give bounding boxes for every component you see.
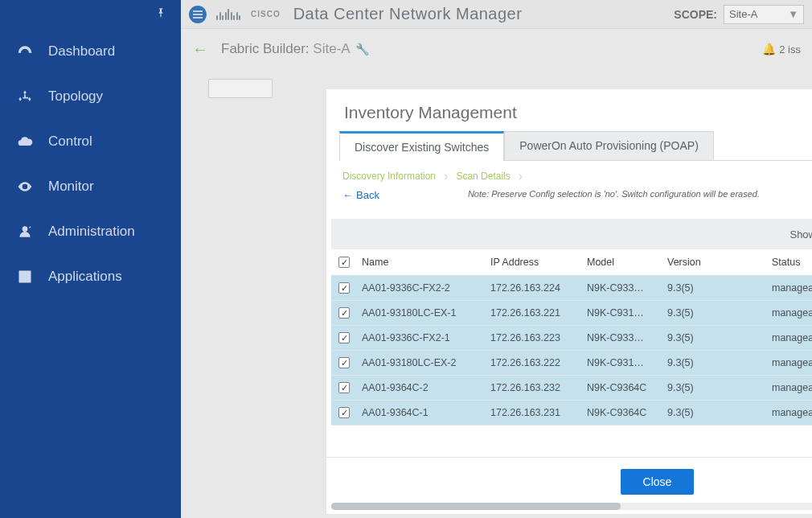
sidebar-item-label: Applications bbox=[48, 269, 122, 285]
sidebar-item-label: Administration bbox=[48, 224, 135, 240]
cell-name: AA01-93180LC-EX-2 bbox=[357, 352, 486, 374]
close-button[interactable]: Close bbox=[621, 469, 695, 495]
grid-header: Name IP Address Model Version Status Pro… bbox=[331, 249, 812, 276]
apps-icon bbox=[16, 269, 34, 285]
sidebar-item-label: Topology bbox=[48, 88, 103, 105]
pin-icon[interactable] bbox=[155, 7, 166, 22]
row-checkbox[interactable] bbox=[338, 332, 350, 343]
chevron-right-icon: › bbox=[439, 169, 453, 183]
cell-version: 9.3(5) bbox=[662, 376, 767, 399]
cell-status: manageable bbox=[767, 376, 812, 399]
user-icon bbox=[16, 224, 34, 240]
inventory-modal: Inventory Management ✕ Discover Existing… bbox=[326, 88, 812, 515]
cell-model: N9K-C9364C bbox=[582, 401, 662, 424]
sidebar-item-topology[interactable]: Topology bbox=[0, 74, 181, 119]
chevron-right-icon: › bbox=[514, 169, 527, 183]
cell-model: N9K-C931… bbox=[582, 302, 662, 324]
sidebar-item-label: Control bbox=[48, 134, 92, 150]
cell-status: manageable bbox=[767, 327, 812, 349]
cell-version: 9.3(5) bbox=[662, 302, 767, 324]
sidebar-item-control[interactable]: Control bbox=[0, 119, 181, 164]
grid-body: AA01-9336C-FX2-2172.26.163.224N9K-C933…9… bbox=[331, 276, 812, 426]
filter-bar: Show All bbox=[331, 219, 812, 249]
eye-icon bbox=[16, 179, 34, 195]
col-header-ip[interactable]: IP Address bbox=[486, 249, 582, 275]
cell-model: N9K-C933… bbox=[582, 277, 662, 299]
cell-name: AA01-9336C-FX2-2 bbox=[357, 277, 486, 299]
crumb-scan-details[interactable]: Scan Details bbox=[456, 171, 510, 182]
sidebar-item-label: Monitor bbox=[48, 179, 94, 195]
sidebar: Dashboard Topology Control Monitor Admin… bbox=[0, 0, 181, 518]
cell-status: manageable bbox=[767, 401, 812, 424]
sidebar-item-monitor[interactable]: Monitor bbox=[0, 164, 181, 209]
sidebar-pin-row bbox=[0, 0, 181, 29]
col-header-version[interactable]: Version bbox=[662, 249, 767, 275]
row-checkbox[interactable] bbox=[338, 407, 350, 418]
config-warning-note: Note: Preserve Config selection is 'no'.… bbox=[379, 189, 812, 199]
cell-ip: 172.26.163.221 bbox=[486, 302, 582, 324]
sidebar-item-label: Dashboard bbox=[48, 43, 115, 60]
cell-ip: 172.26.163.231 bbox=[486, 401, 582, 424]
cell-ip: 172.26.163.232 bbox=[486, 376, 582, 399]
crumb-discovery-info[interactable]: Discovery Information bbox=[342, 171, 436, 182]
topology-icon bbox=[16, 88, 34, 105]
arrow-left-icon: ← bbox=[342, 189, 353, 201]
wizard-breadcrumb: Discovery Information › Scan Details › bbox=[326, 161, 812, 187]
show-label: Show bbox=[789, 228, 812, 240]
cell-status: manageable bbox=[767, 352, 812, 374]
cell-model: N9K-C931… bbox=[582, 352, 662, 374]
horizontal-scrollbar[interactable] bbox=[331, 503, 812, 510]
cell-version: 9.3(5) bbox=[662, 352, 767, 374]
cell-version: 9.3(5) bbox=[662, 277, 767, 299]
tab-poap[interactable]: PowerOn Auto Provisioning (POAP) bbox=[504, 131, 714, 160]
row-checkbox[interactable] bbox=[338, 307, 350, 319]
table-row[interactable]: AA01-93180LC-EX-2172.26.163.222N9K-C931…… bbox=[331, 351, 812, 376]
modal-footer: Close bbox=[326, 457, 812, 503]
table-row[interactable]: AA01-9336C-FX2-2172.26.163.224N9K-C933…9… bbox=[331, 276, 812, 301]
modal-tabs: Discover Existing Switches PowerOn Auto … bbox=[339, 131, 812, 161]
row-checkbox[interactable] bbox=[338, 357, 350, 368]
cell-status: manageable bbox=[767, 302, 812, 324]
cell-version: 9.3(5) bbox=[662, 401, 767, 424]
scrollbar-thumb[interactable] bbox=[331, 503, 621, 510]
switch-grid: Name IP Address Model Version Status Pro… bbox=[331, 249, 812, 426]
cell-model: N9K-C9364C bbox=[582, 376, 662, 399]
sidebar-item-dashboard[interactable]: Dashboard bbox=[0, 29, 181, 74]
modal-title: Inventory Management bbox=[344, 103, 517, 122]
table-row[interactable]: AA01-9336C-FX2-1172.26.163.223N9K-C933…9… bbox=[331, 326, 812, 351]
table-row[interactable]: AA01-9364C-2172.26.163.232N9K-C9364C9.3(… bbox=[331, 376, 812, 401]
sidebar-item-administration[interactable]: Administration bbox=[0, 209, 181, 254]
cell-name: AA01-9336C-FX2-1 bbox=[357, 327, 486, 349]
cell-name: AA01-9364C-2 bbox=[357, 376, 486, 399]
cell-ip: 172.26.163.223 bbox=[486, 327, 582, 349]
select-all-checkbox[interactable] bbox=[338, 257, 350, 268]
cell-ip: 172.26.163.222 bbox=[486, 352, 582, 374]
tab-discover-existing[interactable]: Discover Existing Switches bbox=[339, 131, 504, 161]
cell-version: 9.3(5) bbox=[662, 327, 767, 349]
cell-model: N9K-C933… bbox=[582, 327, 662, 349]
row-checkbox[interactable] bbox=[338, 382, 350, 393]
cloud-icon bbox=[16, 134, 34, 150]
cell-status: manageable bbox=[767, 277, 812, 299]
table-row[interactable]: AA01-9364C-1172.26.163.231N9K-C9364C9.3(… bbox=[331, 401, 812, 426]
cell-ip: 172.26.163.224 bbox=[486, 277, 582, 299]
back-link[interactable]: ← Back bbox=[342, 189, 379, 201]
main-area: CISCO Data Center Network Manager SCOPE:… bbox=[181, 0, 812, 518]
col-header-model[interactable]: Model bbox=[582, 249, 662, 275]
row-checkbox[interactable] bbox=[338, 282, 350, 294]
sidebar-item-applications[interactable]: Applications bbox=[0, 254, 181, 299]
gauge-icon bbox=[16, 43, 34, 60]
col-header-status[interactable]: Status bbox=[767, 249, 812, 275]
cell-name: AA01-9364C-1 bbox=[357, 401, 486, 424]
cell-name: AA01-93180LC-EX-1 bbox=[357, 302, 486, 324]
table-row[interactable]: AA01-93180LC-EX-1172.26.163.221N9K-C931…… bbox=[331, 301, 812, 326]
col-header-name[interactable]: Name bbox=[357, 249, 486, 275]
back-label: Back bbox=[356, 189, 379, 201]
